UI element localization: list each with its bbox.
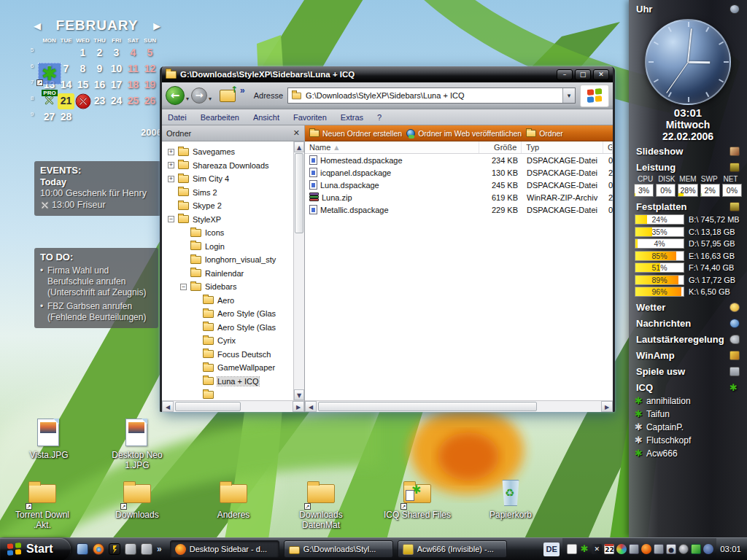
tray-msn-icon[interactable]: [703, 544, 713, 554]
files-horizontal-scrollbar[interactable]: ◀ ▶: [305, 400, 613, 412]
address-text[interactable]: G:\Downloads\StyleXP\Sidebars\Luna + ICQ: [306, 91, 562, 100]
window-titlebar[interactable]: G:\Downloads\StyleXP\Sidebars\Luna + ICQ…: [162, 66, 613, 82]
sidebar-panel-icq[interactable]: ICQ ✱: [629, 378, 747, 394]
tree-item[interactable]: −StyleXP: [162, 213, 304, 227]
column-header-g[interactable]: G: [603, 141, 613, 153]
tree-item[interactable]: Icons: [162, 226, 304, 240]
back-button[interactable]: ←: [166, 86, 185, 105]
tray-disc-icon[interactable]: [678, 544, 689, 554]
back-dropdown-icon[interactable]: ▾: [186, 96, 189, 102]
desktop-icon-vista-jpg[interactable]: Vista.JPG: [14, 419, 84, 460]
tree-item[interactable]: Sims 2: [162, 186, 304, 200]
tree-item[interactable]: Aero Style (Glas: [162, 307, 304, 321]
tree-item[interactable]: longhorn_visual_sty: [162, 253, 304, 267]
calendar-prev-icon[interactable]: ◀: [34, 20, 41, 31]
scroll-left-icon[interactable]: ◀: [305, 401, 317, 412]
tree-item[interactable]: Luna + ICQ: [162, 375, 304, 389]
tree-item[interactable]: Login: [162, 240, 304, 254]
language-indicator[interactable]: DE: [543, 542, 560, 556]
tree-item[interactable]: +Sim City 4: [162, 172, 304, 186]
icq-contact[interactable]: ✱CaptainP.: [629, 421, 747, 434]
sidebar-panel-games[interactable]: Spiele usw: [629, 362, 747, 378]
calendar-next-icon[interactable]: ▶: [153, 20, 160, 31]
sidebar-panel-news[interactable]: Nachrichten: [629, 314, 747, 330]
icq-contact[interactable]: ✱annihilation: [629, 394, 747, 408]
taskbar-task[interactable]: G:\Downloads\Styl...: [284, 540, 393, 558]
icq-contact[interactable]: ✱Flutschkopf: [629, 434, 747, 447]
tree-item[interactable]: −Sidebars: [162, 280, 304, 294]
tree-toggle-icon[interactable]: −: [168, 216, 174, 222]
sidebar-panel-slideshow[interactable]: Slideshow: [629, 142, 747, 158]
taskbar-task[interactable]: Acw666 (Invisible) -...: [398, 540, 507, 558]
sidebar-panel-disks[interactable]: Festplatten: [629, 198, 747, 214]
sidebar-panel-performance[interactable]: Leistung: [629, 158, 747, 174]
desktop-icon-downloads-datenmat[interactable]: ↗Downloads DatenMat: [286, 478, 356, 530]
desktop-icon-anderes[interactable]: Anderes: [198, 478, 268, 520]
desktop-icon-torrent-downl-akt-[interactable]: ↗Torrent Downl .Akt.: [7, 478, 77, 530]
tray-icq-icon[interactable]: ✱: [579, 544, 589, 554]
forward-dropdown-icon[interactable]: ▾: [209, 96, 212, 102]
tree-item[interactable]: [162, 388, 304, 400]
menu-item-favoriten[interactable]: Favoriten: [293, 113, 327, 122]
desktop-icon-icq-pro[interactable]: ✱ ↗ PRO: [36, 63, 63, 98]
tree-toggle-icon[interactable]: −: [180, 284, 187, 290]
tree-toggle-icon[interactable]: +: [168, 149, 174, 155]
tree-vertical-scrollbar[interactable]: ▲ ▼: [293, 141, 304, 400]
mail-quicklaunch-icon[interactable]: [77, 543, 88, 555]
address-bar[interactable]: G:\Downloads\StyleXP\Sidebars\Luna + ICQ…: [287, 88, 576, 104]
tray-note-icon[interactable]: [567, 544, 577, 554]
tree-item[interactable]: Focus Deutsch: [162, 348, 304, 362]
desktop-icon-desktop-neo-1-jpg[interactable]: Desktop Neo 1.JPG: [102, 419, 172, 470]
task-band-item[interactable]: Neuen Ordner erstellen: [309, 129, 402, 138]
file-row[interactable]: Homestead.dspackage234 KBDSPACKAGE-Datei…: [305, 154, 613, 166]
menu-item-?[interactable]: ?: [377, 113, 382, 122]
address-dropdown-button[interactable]: ▾: [562, 88, 575, 103]
scroll-down-icon[interactable]: ▼: [294, 389, 304, 400]
task-band-item[interactable]: Ordner im Web veröffentlichen: [406, 129, 522, 138]
sidebar-panel-clock[interactable]: Uhr: [629, 0, 747, 16]
tree-item[interactable]: Rainlendar: [162, 267, 304, 281]
tray-net-icon[interactable]: [654, 544, 664, 554]
tree-horizontal-scrollbar[interactable]: ◀ ▶: [162, 400, 304, 412]
column-header-gre[interactable]: Größe: [479, 141, 522, 153]
file-row[interactable]: icqpanel.dspackage130 KBDSPACKAGE-Datei2…: [305, 166, 613, 179]
tree-item[interactable]: Cyrix: [162, 334, 304, 348]
tree-item[interactable]: Aero Style (Glas: [162, 321, 304, 335]
sidebar-panel-volume[interactable]: Lautstärkeregelung: [629, 330, 747, 346]
firefox-quicklaunch-icon[interactable]: [93, 543, 104, 555]
desktop-icon-papierkorb[interactable]: ♻Papierkorb: [476, 478, 546, 520]
start-button[interactable]: Start: [0, 538, 71, 560]
tree-item[interactable]: Skype 2: [162, 199, 304, 213]
sidebar-panel-weather[interactable]: Wetter: [629, 298, 747, 314]
icq-contact[interactable]: ✱Taifun: [629, 408, 747, 421]
up-folder-button[interactable]: [220, 90, 236, 102]
toolbar-overflow-icon[interactable]: »: [240, 85, 245, 96]
file-row[interactable]: Luna.zip619 KBWinRAR-ZIP-Archiv22: [305, 191, 613, 203]
maximize-button[interactable]: □: [575, 69, 591, 80]
menu-item-bearbeiten[interactable]: Bearbeiten: [201, 113, 239, 122]
scroll-left-icon[interactable]: ◀: [162, 401, 174, 412]
gray-quicklaunch-icon[interactable]: [125, 543, 136, 555]
file-row[interactable]: Luna.dspackage245 KBDSPACKAGE-Datei05: [305, 179, 613, 191]
tray-upd-icon[interactable]: [691, 544, 701, 554]
tree-item[interactable]: +Shareaza Downloads: [162, 159, 304, 173]
task-band-item[interactable]: Ordner: [526, 129, 563, 138]
scroll-up-icon[interactable]: ▲: [294, 141, 304, 152]
menu-item-datei[interactable]: Datei: [168, 113, 187, 122]
column-header-name[interactable]: Name▲: [305, 141, 479, 153]
menu-item-ansicht[interactable]: Ansicht: [253, 113, 279, 122]
quicklaunch-overflow-icon[interactable]: »: [157, 544, 162, 554]
icq-contact[interactable]: ✱Acw666: [629, 447, 747, 460]
tray-stylexp-icon[interactable]: ✕: [592, 544, 602, 554]
minimize-button[interactable]: –: [557, 69, 573, 80]
desktop-icon-icq-shared-files[interactable]: ✱↗ICQ Shared Files: [382, 478, 452, 520]
sidebar-panel-winamp[interactable]: WinAmp: [629, 346, 747, 362]
tree-toggle-icon[interactable]: +: [168, 176, 174, 182]
tree-hscroll-thumb[interactable]: [175, 402, 241, 411]
tree-item[interactable]: GameWallpaper: [162, 361, 304, 375]
tray-av-icon[interactable]: [641, 544, 651, 554]
winamp-quicklaunch-icon[interactable]: [109, 543, 120, 555]
tray-net-icon[interactable]: [629, 544, 639, 554]
menu-item-extras[interactable]: Extras: [341, 113, 363, 122]
tree-item[interactable]: +Savegames: [162, 145, 304, 159]
